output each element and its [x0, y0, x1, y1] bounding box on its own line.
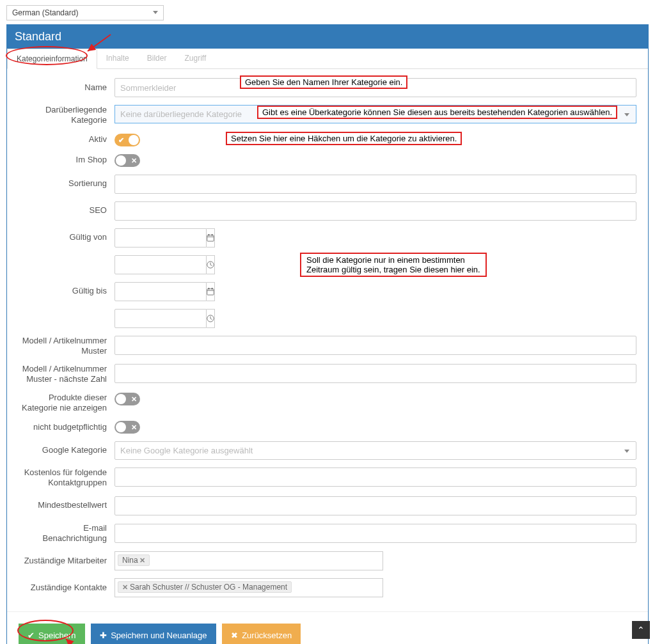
label-model: Modell / Artikelnummer Muster [19, 336, 114, 357]
toggle-knob [129, 135, 139, 145]
tab-bar: Kategorieinformation Inhalte Bilder Zugr… [7, 49, 648, 69]
label-validto: Gültig bis [19, 286, 114, 296]
validfrom-date-input[interactable] [114, 228, 207, 247]
label-emailnotif: E-mail Benachrichtigung [19, 523, 114, 544]
clock-icon[interactable] [207, 255, 215, 274]
nevershow-toggle[interactable]: ✕ [114, 393, 140, 405]
label-inshop: Im Shop [19, 155, 114, 165]
save-and-new-button[interactable]: ✚ Speichern und Neuanlage [91, 624, 216, 644]
label-sort: Sortierung [19, 178, 114, 189]
svg-rect-3 [209, 234, 210, 236]
tab-bilder[interactable]: Bilder [138, 49, 176, 68]
svg-rect-10 [209, 288, 210, 290]
svg-line-7 [210, 265, 212, 266]
reset-button[interactable]: ✖ Zurücksetzen [222, 624, 301, 644]
label-modelnext: Modell / Artikelnummer Muster - nächste … [19, 364, 114, 385]
label-validfrom: Gültig von [19, 232, 114, 242]
label-nevershow: Produkte dieser Kategorie nie anzeigen [19, 393, 114, 414]
employees-tag-input[interactable]: Nina✕ [114, 551, 383, 570]
label-employees: Zuständige Mitarbeiter [19, 556, 114, 566]
plus-icon: ✚ [100, 631, 107, 640]
language-select[interactable]: German (Standard) [6, 5, 164, 20]
save-button[interactable]: ✔ Speichern [19, 624, 85, 644]
validto-time-input[interactable] [114, 309, 207, 328]
seo-input[interactable] [114, 201, 636, 221]
sort-input[interactable] [114, 175, 636, 194]
name-input[interactable] [114, 78, 636, 97]
toggle-knob [116, 155, 126, 166]
form-body: Name Geben Sie den Namen Ihrer Kategorie… [7, 69, 648, 611]
google-category-select[interactable]: Keine Google Kategorie ausgewählt [114, 441, 636, 460]
label-parent: Darüberliegende Kategorie [19, 105, 114, 126]
label-active: Aktiv [19, 134, 114, 145]
toggle-knob [116, 394, 126, 404]
toggle-knob [116, 422, 126, 432]
annotation-active: Setzen Sie hier eine Häkchen um die Kate… [226, 132, 462, 145]
notbudget-toggle[interactable]: ✕ [114, 421, 140, 434]
calendar-icon[interactable] [207, 228, 215, 247]
parent-category-placeholder: Keine darüberliegende Kategorie [115, 106, 247, 123]
minorder-input[interactable] [114, 496, 636, 515]
validto-date-input[interactable] [114, 282, 207, 301]
caret-down-icon [624, 113, 629, 116]
clock-icon[interactable] [207, 309, 215, 328]
contact-tag: ✕Sarah Schuster // Schuster OG - Managem… [118, 581, 292, 593]
remove-tag-icon[interactable]: ✕ [122, 583, 128, 591]
scroll-top-button[interactable]: ⌃ [632, 621, 650, 639]
freegroups-input[interactable] [114, 467, 636, 487]
emailnotif-input[interactable] [114, 524, 636, 543]
check-icon: ✔ [28, 631, 35, 640]
validfrom-time-input[interactable] [114, 255, 207, 274]
remove-tag-icon[interactable]: ✕ [139, 556, 145, 564]
contacts-tag-input[interactable]: ✕Sarah Schuster // Schuster OG - Managem… [114, 578, 383, 597]
panel-title: Standard [7, 25, 648, 49]
employee-tag: Nina✕ [118, 554, 150, 566]
label-name: Name [19, 82, 114, 93]
label-contacts: Zuständige Kontakte [19, 583, 114, 593]
inshop-toggle[interactable]: ✕ [114, 154, 140, 167]
annotation-dates: Soll die Kategorie nur in einem bestimmt… [300, 253, 487, 277]
svg-rect-8 [207, 288, 214, 294]
chevron-up-icon: ⌃ [637, 625, 645, 635]
x-icon: ✕ [131, 422, 137, 432]
tab-kategorieinformation[interactable]: Kategorieinformation [7, 49, 97, 69]
tab-inhalte[interactable]: Inhalte [97, 49, 138, 68]
language-select-value: German (Standard) [7, 6, 163, 20]
svg-rect-1 [207, 235, 214, 240]
x-icon: ✕ [131, 155, 137, 166]
x-icon: ✖ [231, 631, 238, 640]
model-input[interactable] [114, 336, 636, 355]
caret-down-icon [624, 450, 629, 453]
svg-rect-4 [212, 234, 213, 236]
parent-category-select[interactable]: Keine darüberliegende Kategorie [114, 105, 636, 123]
active-toggle[interactable]: ✔ [114, 134, 140, 146]
label-seo: SEO [19, 205, 114, 216]
svg-rect-11 [212, 288, 213, 290]
google-category-placeholder: Keine Google Kategorie ausgewählt [115, 442, 258, 459]
label-google: Google Kategorie [19, 445, 114, 455]
form-footer: ✔ Speichern ✚ Speichern und Neuanlage ✖ … [7, 611, 648, 644]
tab-zugriff[interactable]: Zugriff [175, 49, 215, 68]
label-freegroups: Kostenlos für folgende Kontaktgruppen [19, 467, 114, 489]
category-panel: Standard Kategorieinformation Inhalte Bi… [6, 24, 649, 644]
label-minorder: Mindestbestellwert [19, 500, 114, 510]
x-icon: ✕ [131, 394, 137, 404]
check-icon: ✔ [118, 135, 124, 145]
calendar-icon[interactable] [207, 282, 215, 301]
modelnext-input[interactable] [114, 364, 636, 383]
svg-line-14 [210, 318, 212, 320]
label-notbudget: nicht budgetpflichtig [19, 422, 114, 432]
caret-down-icon [153, 11, 158, 14]
